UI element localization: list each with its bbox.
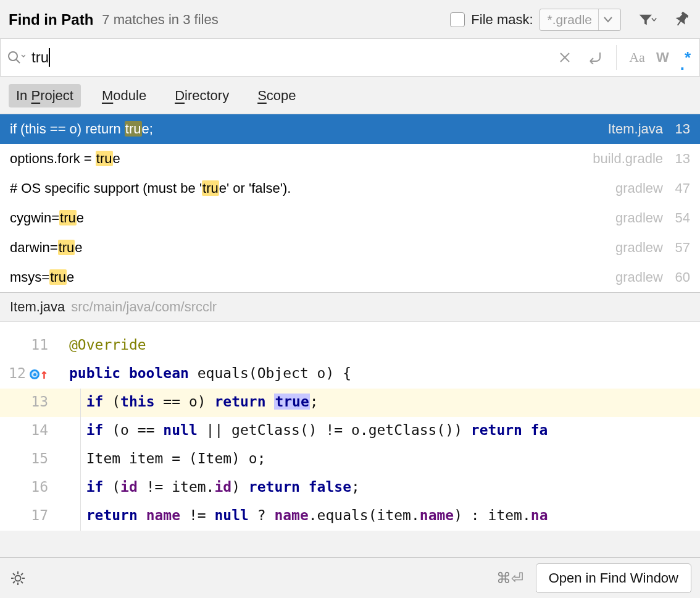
newline-icon[interactable] <box>585 48 604 67</box>
result-file: gradlew <box>615 269 663 285</box>
clear-search-icon[interactable] <box>556 48 574 67</box>
result-row[interactable]: if (this == o) return true;Item.java13 <box>0 114 700 144</box>
file-mask-label: File mask: <box>471 12 533 28</box>
scope-tab-scope[interactable]: Scope <box>250 84 303 107</box>
svg-point-2 <box>15 575 21 581</box>
gutter <box>0 322 59 332</box>
match-summary: 7 matches in 3 files <box>102 12 218 28</box>
result-file: Item.java <box>608 121 663 137</box>
result-file: gradlew <box>615 210 663 226</box>
file-mask-value: *.gradle <box>548 12 592 27</box>
gutter: 15 <box>0 445 59 474</box>
code-line: 12↑public boolean equals(Object o) { <box>0 360 700 389</box>
search-input-wrapper[interactable]: tru <box>28 48 553 67</box>
results-list: if (this == o) return true;Item.java13op… <box>0 114 700 292</box>
gutter: 17 <box>0 502 59 531</box>
result-row[interactable]: options.fork = truebuild.gradle13 <box>0 144 700 174</box>
svg-line-10 <box>13 581 15 583</box>
header-bar: Find in Path 7 matches in 3 files File m… <box>0 0 700 38</box>
scope-tab-directory[interactable]: Directory <box>167 84 236 107</box>
result-line: 47 <box>669 180 690 196</box>
match-case-toggle[interactable]: Aa <box>629 49 645 65</box>
result-text: options.fork = true <box>10 151 120 167</box>
code-content: if (o == null || getClass() != o.getClas… <box>59 417 700 445</box>
code-line: 14 if (o == null || getClass() != o.getC… <box>0 417 700 445</box>
preview-filename: Item.java <box>10 299 65 315</box>
separator <box>616 45 617 70</box>
keyboard-shortcut: ⌘⏎ <box>496 570 523 587</box>
chevron-down-icon <box>598 9 617 30</box>
regex-star-icon: * <box>685 48 691 67</box>
result-meta: gradlew60 <box>615 269 690 285</box>
code-line: 16 if (id != item.id) return false; <box>0 474 700 502</box>
preview-path: src/main/java/com/srcclr <box>71 299 217 315</box>
result-line: 60 <box>669 269 690 285</box>
result-text: if (this == o) return true; <box>10 121 153 137</box>
gutter: 12↑ <box>0 360 59 389</box>
file-mask-select[interactable]: *.gradle <box>540 9 621 31</box>
result-line: 57 <box>669 240 690 256</box>
result-file: gradlew <box>615 240 663 256</box>
words-toggle[interactable]: W <box>656 49 669 65</box>
code-content: Item item = (Item) o; <box>59 445 700 474</box>
svg-line-9 <box>21 573 23 575</box>
code-content: String name; <box>59 322 700 331</box>
gutter: 14 <box>0 417 59 445</box>
result-row[interactable]: darwin=truegradlew57 <box>0 233 700 263</box>
search-icon[interactable] <box>7 50 25 65</box>
result-text: msys=true <box>10 269 74 285</box>
code-content: @Override <box>59 332 700 360</box>
filter-icon[interactable] <box>638 11 657 29</box>
svg-line-7 <box>13 573 15 575</box>
search-input[interactable]: tru <box>28 49 49 66</box>
open-in-find-window-button[interactable]: Open in Find Window <box>536 563 691 593</box>
gutter: 16 <box>0 474 59 502</box>
result-text: # OS specific support (must be 'true' or… <box>10 180 291 196</box>
gutter: 11 <box>0 332 59 360</box>
result-row[interactable]: cygwin=truegradlew54 <box>0 203 700 233</box>
text-cursor <box>49 48 50 67</box>
search-bar: tru Aa W . * <box>0 38 700 77</box>
result-text: darwin=true <box>10 240 83 256</box>
result-row[interactable]: msys=truegradlew60 <box>0 263 700 292</box>
code-line: 17 return name != null ? name.equals(ite… <box>0 502 700 531</box>
editor-preview[interactable]: String name;11@Override12↑public boolean… <box>0 322 700 531</box>
scope-tab-in-project[interactable]: In Project <box>9 84 81 107</box>
code-line: String name; <box>0 322 700 332</box>
result-meta: gradlew47 <box>615 180 690 196</box>
result-line: 54 <box>669 210 690 226</box>
preview-header: Item.java src/main/java/com/srcclr <box>0 292 700 322</box>
code-line: 11@Override <box>0 332 700 360</box>
scope-tab-module[interactable]: Module <box>94 84 154 107</box>
result-line: 13 <box>669 151 690 167</box>
dialog-title: Find in Path <box>9 11 93 28</box>
code-content: if (id != item.id) return false; <box>59 474 700 502</box>
result-meta: Item.java13 <box>608 121 690 137</box>
result-text: cygwin=true <box>10 210 84 226</box>
gutter: 13 <box>0 389 59 417</box>
result-line: 13 <box>669 121 690 137</box>
regex-dot-icon: . <box>680 62 685 67</box>
result-file: gradlew <box>615 180 663 196</box>
regex-toggle[interactable]: . * <box>680 48 691 67</box>
file-mask-checkbox[interactable] <box>450 12 465 27</box>
override-icon[interactable]: ↑ <box>30 368 48 381</box>
result-file: build.gradle <box>593 151 663 167</box>
settings-gear-icon[interactable] <box>9 569 27 587</box>
file-mask-group: File mask: *.gradle <box>450 9 621 31</box>
code-line: 13 if (this == o) return true; <box>0 389 700 417</box>
code-line: 15 Item item = (Item) o; <box>0 445 700 474</box>
pin-icon[interactable] <box>672 11 690 29</box>
result-row[interactable]: # OS specific support (must be 'true' or… <box>0 174 700 203</box>
svg-line-8 <box>21 581 23 583</box>
code-content: public boolean equals(Object o) { <box>59 360 700 389</box>
result-meta: build.gradle13 <box>593 151 690 167</box>
code-content: if (this == o) return true; <box>59 389 700 417</box>
scope-tabs: In ProjectModuleDirectoryScope <box>0 77 700 114</box>
svg-point-0 <box>9 52 17 61</box>
footer-bar: ⌘⏎ Open in Find Window <box>0 557 700 598</box>
result-meta: gradlew54 <box>615 210 690 226</box>
result-meta: gradlew57 <box>615 240 690 256</box>
code-content: return name != null ? name.equals(item.n… <box>59 502 700 531</box>
svg-line-1 <box>16 59 20 63</box>
